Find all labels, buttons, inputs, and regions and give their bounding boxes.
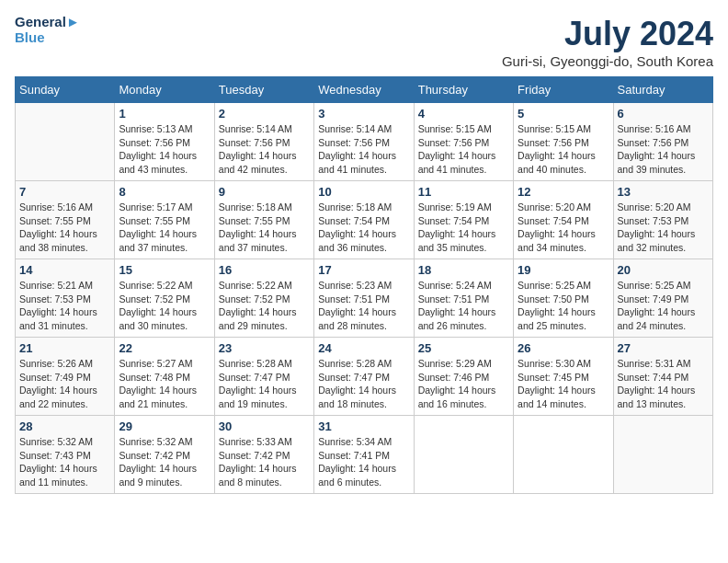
header-tuesday: Tuesday <box>214 77 313 103</box>
week-row-5: 28Sunrise: 5:32 AMSunset: 7:43 PMDayligh… <box>16 416 713 494</box>
calendar-cell: 21Sunrise: 5:26 AMSunset: 7:49 PMDayligh… <box>16 338 115 416</box>
calendar-cell: 6Sunrise: 5:16 AMSunset: 7:56 PMDaylight… <box>613 103 712 181</box>
day-number: 3 <box>318 107 409 121</box>
calendar-cell: 12Sunrise: 5:20 AMSunset: 7:54 PMDayligh… <box>514 181 613 259</box>
calendar-cell: 11Sunrise: 5:19 AMSunset: 7:54 PMDayligh… <box>414 181 513 259</box>
day-number: 4 <box>418 107 509 121</box>
cell-info: Sunrise: 5:28 AMSunset: 7:47 PMDaylight:… <box>219 357 310 411</box>
cell-info: Sunrise: 5:25 AMSunset: 7:49 PMDaylight:… <box>618 279 709 333</box>
calendar-cell <box>613 416 712 494</box>
day-number: 16 <box>219 263 310 277</box>
cell-info: Sunrise: 5:32 AMSunset: 7:42 PMDaylight:… <box>119 435 210 489</box>
header: General► Blue July 2024 Guri-si, Gyeongg… <box>15 15 713 69</box>
day-number: 2 <box>219 107 310 121</box>
calendar-cell: 19Sunrise: 5:25 AMSunset: 7:50 PMDayligh… <box>514 259 613 338</box>
calendar-cell <box>514 416 613 494</box>
calendar-cell: 2Sunrise: 5:14 AMSunset: 7:56 PMDaylight… <box>214 103 313 181</box>
day-number: 19 <box>518 263 609 277</box>
day-number: 14 <box>19 263 110 277</box>
cell-info: Sunrise: 5:31 AMSunset: 7:44 PMDaylight:… <box>618 357 709 411</box>
header-sunday: Sunday <box>16 77 115 103</box>
calendar-cell: 8Sunrise: 5:17 AMSunset: 7:55 PMDaylight… <box>115 181 214 259</box>
calendar-cell <box>414 416 513 494</box>
cell-info: Sunrise: 5:20 AMSunset: 7:54 PMDaylight:… <box>518 201 609 255</box>
cell-info: Sunrise: 5:23 AMSunset: 7:51 PMDaylight:… <box>318 279 409 333</box>
day-number: 6 <box>618 107 709 121</box>
calendar-cell <box>16 103 115 181</box>
calendar-cell: 20Sunrise: 5:25 AMSunset: 7:49 PMDayligh… <box>613 259 712 338</box>
cell-info: Sunrise: 5:14 AMSunset: 7:56 PMDaylight:… <box>318 122 409 177</box>
cell-info: Sunrise: 5:21 AMSunset: 7:53 PMDaylight:… <box>19 279 110 333</box>
cell-info: Sunrise: 5:30 AMSunset: 7:45 PMDaylight:… <box>518 357 609 411</box>
calendar-cell: 29Sunrise: 5:32 AMSunset: 7:42 PMDayligh… <box>115 416 214 494</box>
week-row-2: 7Sunrise: 5:16 AMSunset: 7:55 PMDaylight… <box>16 181 713 259</box>
calendar-cell: 9Sunrise: 5:18 AMSunset: 7:55 PMDaylight… <box>214 181 313 259</box>
calendar-cell: 31Sunrise: 5:34 AMSunset: 7:41 PMDayligh… <box>314 416 414 494</box>
calendar-cell: 26Sunrise: 5:30 AMSunset: 7:45 PMDayligh… <box>514 338 613 416</box>
cell-info: Sunrise: 5:25 AMSunset: 7:50 PMDaylight:… <box>518 279 609 333</box>
day-number: 31 <box>318 419 409 433</box>
cell-info: Sunrise: 5:14 AMSunset: 7:56 PMDaylight:… <box>219 122 310 177</box>
cell-info: Sunrise: 5:15 AMSunset: 7:56 PMDaylight:… <box>518 122 609 177</box>
cell-info: Sunrise: 5:24 AMSunset: 7:51 PMDaylight:… <box>418 279 509 333</box>
calendar-cell: 5Sunrise: 5:15 AMSunset: 7:56 PMDaylight… <box>514 103 613 181</box>
cell-info: Sunrise: 5:16 AMSunset: 7:56 PMDaylight:… <box>618 122 709 177</box>
day-number: 21 <box>19 341 110 355</box>
title-area: July 2024 Guri-si, Gyeonggi-do, South Ko… <box>502 15 713 69</box>
day-number: 7 <box>19 185 110 199</box>
calendar-cell: 22Sunrise: 5:27 AMSunset: 7:48 PMDayligh… <box>115 338 214 416</box>
day-number: 26 <box>518 341 609 355</box>
week-row-4: 21Sunrise: 5:26 AMSunset: 7:49 PMDayligh… <box>16 338 713 416</box>
calendar-cell: 10Sunrise: 5:18 AMSunset: 7:54 PMDayligh… <box>314 181 414 259</box>
day-number: 30 <box>219 419 310 433</box>
day-number: 25 <box>418 341 509 355</box>
day-number: 20 <box>618 263 709 277</box>
logo: General► Blue <box>15 15 80 45</box>
cell-info: Sunrise: 5:26 AMSunset: 7:49 PMDaylight:… <box>19 357 110 411</box>
day-number: 23 <box>219 341 310 355</box>
calendar-cell: 4Sunrise: 5:15 AMSunset: 7:56 PMDaylight… <box>414 103 513 181</box>
cell-info: Sunrise: 5:19 AMSunset: 7:54 PMDaylight:… <box>418 201 509 255</box>
header-friday: Friday <box>514 77 613 103</box>
day-number: 10 <box>318 185 409 199</box>
cell-info: Sunrise: 5:22 AMSunset: 7:52 PMDaylight:… <box>119 279 210 333</box>
day-number: 1 <box>119 107 210 121</box>
calendar-cell: 14Sunrise: 5:21 AMSunset: 7:53 PMDayligh… <box>16 259 115 338</box>
calendar-cell: 16Sunrise: 5:22 AMSunset: 7:52 PMDayligh… <box>214 259 313 338</box>
cell-info: Sunrise: 5:29 AMSunset: 7:46 PMDaylight:… <box>418 357 509 411</box>
cell-info: Sunrise: 5:32 AMSunset: 7:43 PMDaylight:… <box>19 435 110 489</box>
calendar-cell: 1Sunrise: 5:13 AMSunset: 7:56 PMDaylight… <box>115 103 214 181</box>
calendar-cell: 15Sunrise: 5:22 AMSunset: 7:52 PMDayligh… <box>115 259 214 338</box>
calendar-cell: 27Sunrise: 5:31 AMSunset: 7:44 PMDayligh… <box>613 338 712 416</box>
calendar-cell: 23Sunrise: 5:28 AMSunset: 7:47 PMDayligh… <box>214 338 313 416</box>
cell-info: Sunrise: 5:33 AMSunset: 7:42 PMDaylight:… <box>219 435 310 489</box>
cell-info: Sunrise: 5:20 AMSunset: 7:53 PMDaylight:… <box>618 201 709 255</box>
day-number: 17 <box>318 263 409 277</box>
header-monday: Monday <box>115 77 214 103</box>
header-row: SundayMondayTuesdayWednesdayThursdayFrid… <box>16 77 713 103</box>
cell-info: Sunrise: 5:27 AMSunset: 7:48 PMDaylight:… <box>119 357 210 411</box>
day-number: 8 <box>119 185 210 199</box>
location-title: Guri-si, Gyeonggi-do, South Korea <box>502 53 713 69</box>
cell-info: Sunrise: 5:22 AMSunset: 7:52 PMDaylight:… <box>219 279 310 333</box>
week-row-3: 14Sunrise: 5:21 AMSunset: 7:53 PMDayligh… <box>16 259 713 338</box>
cell-info: Sunrise: 5:13 AMSunset: 7:56 PMDaylight:… <box>119 122 210 177</box>
cell-info: Sunrise: 5:17 AMSunset: 7:55 PMDaylight:… <box>119 201 210 255</box>
cell-info: Sunrise: 5:34 AMSunset: 7:41 PMDaylight:… <box>318 435 409 489</box>
header-saturday: Saturday <box>613 77 712 103</box>
calendar-cell: 30Sunrise: 5:33 AMSunset: 7:42 PMDayligh… <box>214 416 313 494</box>
day-number: 11 <box>418 185 509 199</box>
day-number: 13 <box>618 185 709 199</box>
calendar-cell: 17Sunrise: 5:23 AMSunset: 7:51 PMDayligh… <box>314 259 414 338</box>
header-thursday: Thursday <box>414 77 513 103</box>
cell-info: Sunrise: 5:16 AMSunset: 7:55 PMDaylight:… <box>19 201 110 255</box>
day-number: 27 <box>618 341 709 355</box>
calendar-table: SundayMondayTuesdayWednesdayThursdayFrid… <box>15 76 713 494</box>
week-row-1: 1Sunrise: 5:13 AMSunset: 7:56 PMDaylight… <box>16 103 713 181</box>
month-title: July 2024 <box>502 15 713 53</box>
day-number: 24 <box>318 341 409 355</box>
calendar-cell: 24Sunrise: 5:28 AMSunset: 7:47 PMDayligh… <box>314 338 414 416</box>
calendar-cell: 13Sunrise: 5:20 AMSunset: 7:53 PMDayligh… <box>613 181 712 259</box>
cell-info: Sunrise: 5:18 AMSunset: 7:54 PMDaylight:… <box>318 201 409 255</box>
cell-info: Sunrise: 5:18 AMSunset: 7:55 PMDaylight:… <box>219 201 310 255</box>
